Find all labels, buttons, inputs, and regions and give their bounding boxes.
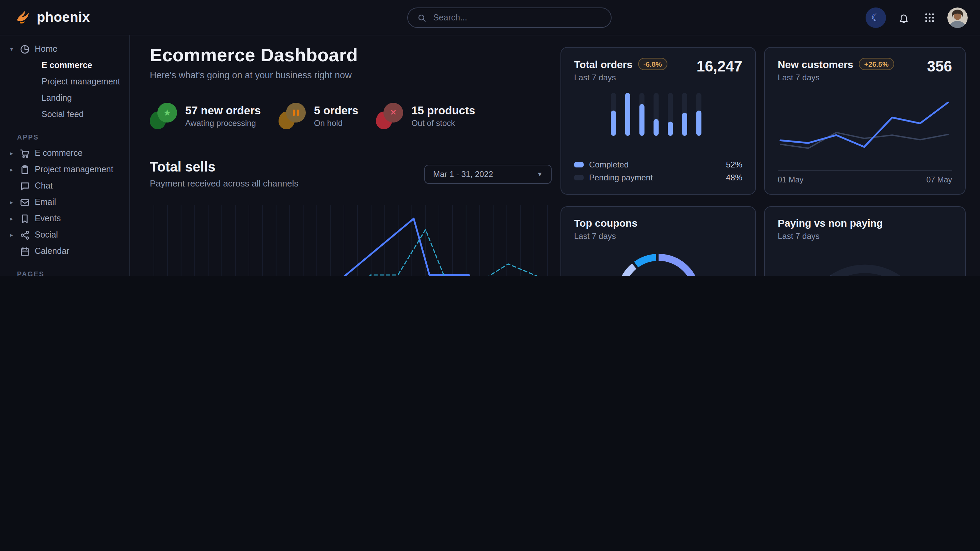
sidebar-item-social-feed[interactable]: Social feed: [0, 106, 129, 122]
calendar-icon: [20, 246, 30, 256]
user-avatar[interactable]: [947, 8, 968, 28]
stat-headline: 57 new orders: [185, 104, 261, 117]
caret-down-icon: ▾: [8, 46, 15, 52]
sidebar-section-apps: APPS: [17, 133, 129, 141]
top-coupons-donut-chart: 72%: [611, 248, 706, 276]
app-root: phoenix ☾: [0, 0, 980, 276]
sidebar-item-label: Chat: [35, 181, 53, 191]
sidebar-item-label: Project management: [35, 165, 113, 174]
sidebar-item-label: Calendar: [35, 246, 69, 256]
new-customers-line-chart: [778, 91, 951, 163]
sidebar: ▾ Home E commerce Project management Lan…: [0, 35, 130, 276]
on-hold-pause-icon: [278, 102, 306, 129]
legend-label: Completed: [589, 160, 628, 169]
donut-center-label: 72%: [611, 248, 706, 276]
card-value: 16,247: [696, 58, 742, 76]
cart-icon: [20, 148, 30, 158]
legend-value: 48%: [726, 173, 742, 182]
card-title: Top coupons: [574, 217, 742, 229]
apps-grid-icon[interactable]: [921, 10, 938, 26]
card-title: Paying vs non paying: [778, 217, 952, 229]
stats-row: ★ 57 new orders Awating processing 5 ord…: [150, 102, 552, 129]
out-of-stock-x-icon: ✕: [376, 102, 403, 129]
card-title: New customers: [778, 58, 853, 70]
search-icon: [417, 13, 426, 22]
date-range-select[interactable]: Mar 1 - 31, 2022 ▼: [424, 165, 552, 184]
sidebar-item-project-management-dashboard[interactable]: Project management: [0, 73, 129, 90]
legend-swatch: [574, 162, 584, 167]
card-top-coupons: Top coupons Last 7 days 72% Percentage d…: [560, 206, 756, 276]
sidebar-section-pages: PAGES: [17, 270, 129, 276]
chevron-down-icon: ▼: [537, 171, 543, 178]
new-orders-star-icon: ★: [150, 102, 177, 129]
sidebar-item-project-management-app[interactable]: ▸ Project management: [0, 161, 129, 178]
brand-logo[interactable]: phoenix: [15, 9, 90, 25]
mail-icon: [20, 197, 30, 207]
legend-label: Pending payment: [589, 173, 653, 182]
card-total-orders: Total orders -6.8% Last 7 days 16,247 Co…: [560, 47, 756, 195]
sidebar-item-landing[interactable]: Landing: [0, 90, 129, 106]
card-period: Last 7 days: [574, 232, 742, 241]
total-sells-title: Total sells: [150, 159, 298, 175]
sidebar-item-home[interactable]: ▾ Home: [0, 41, 129, 57]
stat-headline: 5 orders: [314, 104, 358, 117]
card-new-customers: New customers +26.5% Last 7 days 356 01 …: [764, 47, 966, 195]
stat-new-orders: ★ 57 new orders Awating processing: [150, 102, 261, 129]
bookmark-icon: [20, 213, 30, 224]
card-title: Total orders: [574, 58, 632, 70]
sidebar-item-ecommerce-app[interactable]: ▸ E commerce: [0, 145, 129, 161]
dashboard-cards: Total orders -6.8% Last 7 days 16,247 Co…: [560, 47, 966, 276]
caret-right-icon: ▸: [8, 216, 15, 222]
chat-bubble-icon: [20, 181, 30, 191]
pie-chart-icon: [20, 44, 30, 54]
stat-orders-on-hold: 5 orders On hold: [278, 102, 358, 129]
card-value: 356: [927, 58, 952, 76]
total-sells-header: Total sells Payment received across all …: [150, 159, 552, 189]
caret-right-icon: ▸: [8, 232, 15, 238]
date-range-value: Mar 1 - 31, 2022: [433, 170, 493, 179]
sidebar-item-label: Home: [35, 44, 57, 54]
sidebar-item-social[interactable]: ▸ Social: [0, 227, 129, 243]
total-sells-chart: [153, 202, 549, 276]
trend-badge: +26.5%: [859, 58, 894, 70]
caret-right-icon: ▸: [8, 150, 15, 156]
stat-out-of-stock: ✕ 15 products Out of stock: [376, 102, 475, 129]
page-title: Ecommerce Dashboard: [150, 45, 552, 66]
total-orders-bar-chart: [604, 92, 713, 137]
caret-right-icon: ▸: [8, 167, 15, 173]
card-period: Last 7 days: [574, 73, 667, 83]
sidebar-item-events[interactable]: ▸ Events: [0, 210, 129, 227]
card-paying-vs-non-paying: Paying vs non paying Last 7 days Paying …: [764, 206, 966, 276]
stat-caption: Awating processing: [185, 118, 261, 128]
new-customers-x-axis: 01 May 07 May: [778, 170, 952, 184]
brand-name: phoenix: [37, 10, 90, 25]
sidebar-item-label: Email: [35, 197, 56, 207]
card-period: Last 7 days: [778, 232, 952, 241]
card-period: Last 7 days: [778, 73, 894, 83]
sidebar-item-email[interactable]: ▸ Email: [0, 194, 129, 210]
sidebar-item-label: Social: [35, 230, 58, 240]
paying-gauge-chart: [778, 259, 952, 276]
theme-toggle-moon-icon[interactable]: ☾: [865, 8, 886, 28]
main-content: Ecommerce Dashboard Here's what's going …: [130, 35, 980, 276]
legend-swatch: [574, 175, 584, 180]
topbar-actions: ☾: [865, 0, 968, 35]
sidebar-item-chat[interactable]: Chat: [0, 178, 129, 194]
x-tick: 07 May: [926, 176, 952, 184]
caret-right-icon: ▸: [8, 199, 15, 205]
sidebar-item-calendar[interactable]: Calendar: [0, 243, 129, 259]
topbar: phoenix ☾: [0, 0, 980, 35]
dashboard-left-column: Ecommerce Dashboard Here's what's going …: [150, 35, 552, 276]
notifications-bell-icon[interactable]: [896, 10, 912, 26]
page-subtitle: Here's what's going on at your business …: [150, 70, 552, 80]
sidebar-item-ecommerce-dashboard[interactable]: E commerce: [0, 57, 129, 73]
sidebar-item-label: Events: [35, 214, 60, 223]
global-search[interactable]: [407, 8, 612, 28]
total-orders-legend: Completed 52% Pending payment 48%: [574, 158, 742, 184]
global-search-input[interactable]: [432, 12, 601, 23]
legend-value: 52%: [726, 160, 742, 169]
stat-caption: On hold: [314, 118, 358, 128]
stat-caption: Out of stock: [411, 118, 475, 128]
x-tick: 01 May: [778, 176, 803, 184]
trend-badge: -6.8%: [638, 58, 667, 70]
